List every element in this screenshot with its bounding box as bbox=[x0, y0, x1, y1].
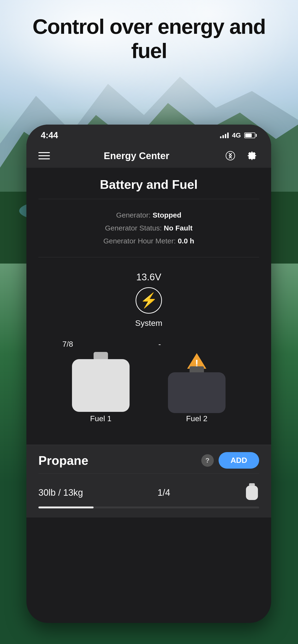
status-icons: 4G bbox=[220, 132, 257, 139]
generator-fault-line: Generator Status: No Fault bbox=[38, 222, 259, 234]
app-content: Battery and Fuel Generator: Stopped Gene… bbox=[26, 168, 271, 518]
propane-progress-fill bbox=[38, 506, 94, 508]
svg-point-4 bbox=[226, 152, 235, 160]
signal-bars-icon bbox=[220, 132, 229, 138]
system-label: System bbox=[135, 318, 162, 328]
fuel-2-wrapper: ! bbox=[166, 352, 228, 410]
signal-bar-2 bbox=[222, 135, 224, 138]
propane-fraction: 1/4 bbox=[158, 488, 170, 498]
signal-bar-1 bbox=[220, 136, 221, 138]
propane-gauge-row: 30lb / 13kg 1/4 bbox=[38, 478, 259, 504]
signal-bar-3 bbox=[225, 134, 226, 138]
settings-button[interactable] bbox=[245, 148, 259, 163]
menu-line-2 bbox=[38, 155, 50, 156]
propane-progress-bar bbox=[38, 506, 259, 508]
fuel-1-tank-svg bbox=[70, 352, 132, 417]
voltage-value: 13.6V bbox=[136, 272, 162, 282]
battery-fuel-section: Battery and Fuel Generator: Stopped Gene… bbox=[26, 168, 271, 445]
propane-header-right: ? ADD bbox=[201, 452, 259, 468]
divider-2 bbox=[38, 257, 259, 257]
svg-rect-13 bbox=[246, 486, 258, 500]
fuel-2-level: - bbox=[158, 340, 161, 348]
propane-tank-svg bbox=[245, 483, 259, 501]
menu-line-1 bbox=[38, 152, 50, 153]
svg-rect-11 bbox=[168, 372, 226, 413]
fuel-1-wrapper bbox=[70, 352, 132, 410]
menu-line-3 bbox=[38, 158, 50, 159]
gear-icon bbox=[247, 150, 257, 161]
generator-fault-value: No Fault bbox=[164, 224, 193, 232]
propane-title: Propane bbox=[38, 453, 88, 468]
battery-icon bbox=[244, 132, 257, 138]
propane-help-button[interactable]: ? bbox=[201, 454, 214, 467]
fuel-1-container[interactable]: 7/8 Fuel 1 bbox=[60, 340, 141, 423]
bluetooth-button[interactable] bbox=[223, 148, 238, 163]
nav-action-icons bbox=[223, 148, 259, 163]
divider-1 bbox=[38, 199, 259, 199]
generator-hour-value: 0.0 h bbox=[178, 237, 194, 245]
svg-rect-7 bbox=[72, 359, 129, 412]
network-type-label: 4G bbox=[232, 132, 241, 139]
hero-text: Control over energy and fuel bbox=[0, 14, 298, 63]
propane-header: Propane ? ADD bbox=[38, 452, 259, 468]
fuel-1-level: 7/8 bbox=[62, 340, 73, 348]
nav-bar: Energy Center bbox=[26, 144, 271, 168]
status-time: 4:44 bbox=[41, 130, 58, 140]
propane-divider bbox=[38, 474, 259, 474]
nav-title: Energy Center bbox=[104, 150, 169, 161]
svg-rect-6 bbox=[94, 352, 108, 360]
generator-info: Generator: Stopped Generator Status: No … bbox=[38, 204, 259, 252]
lightning-circle: ⚡ bbox=[135, 287, 162, 314]
status-bar: 4:44 4G bbox=[26, 124, 271, 144]
lightning-bolt-icon: ⚡ bbox=[140, 293, 158, 308]
bluetooth-icon bbox=[226, 150, 235, 162]
signal-bar-4 bbox=[227, 132, 229, 138]
fuel-2-container[interactable]: - ! Fuel 2 bbox=[156, 340, 238, 423]
generator-hour-line: Generator Hour Meter: 0.0 h bbox=[38, 234, 259, 248]
hamburger-menu-button[interactable] bbox=[38, 152, 50, 159]
fuel-tanks-section: 7/8 Fuel 1 - bbox=[38, 332, 259, 433]
voltage-section: 13.6V ⚡ System bbox=[38, 262, 259, 332]
generator-status-value: Stopped bbox=[153, 211, 181, 219]
phone-frame: 4:44 4G Energy Center bbox=[26, 124, 271, 623]
propane-section: Propane ? ADD 30lb / 13kg 1/4 bbox=[26, 445, 271, 518]
battery-fuel-title: Battery and Fuel bbox=[38, 177, 259, 192]
propane-tank-icon bbox=[245, 483, 259, 502]
generator-status-line: Generator: Stopped bbox=[38, 209, 259, 222]
propane-weight: 30lb / 13kg bbox=[38, 488, 83, 498]
propane-add-button[interactable]: ADD bbox=[219, 452, 259, 468]
fuel-2-tank-svg: ! bbox=[166, 352, 228, 417]
